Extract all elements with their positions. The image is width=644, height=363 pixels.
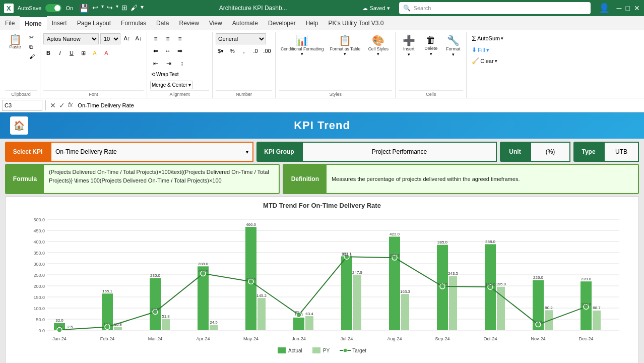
conditional-formatting-button[interactable]: 📊 Conditional Formatting ▾ bbox=[279, 33, 326, 57]
paste-label: Paste bbox=[9, 44, 21, 50]
svg-text:63.4: 63.4 bbox=[305, 312, 313, 316]
definition-text: Measures the percentage of projects deli… bbox=[332, 175, 520, 184]
cancel-formula-icon[interactable]: ✕ bbox=[49, 101, 57, 109]
align-top-center-button[interactable]: ≡ bbox=[162, 33, 173, 44]
svg-text:100.0: 100.0 bbox=[33, 306, 45, 311]
font-size-decrease-button[interactable]: A↓ bbox=[134, 33, 144, 43]
delete-button[interactable]: 🗑 Delete ▾ bbox=[421, 33, 441, 57]
paint-icon[interactable]: 🖌 bbox=[131, 4, 138, 13]
dashboard-area: 🏠 KPI Trend Select KPI On-Time Delivery … bbox=[0, 112, 644, 363]
underline-button[interactable]: U bbox=[67, 48, 77, 58]
menu-utility[interactable]: PK's Utility Tool V3.0 bbox=[323, 16, 389, 30]
menu-automate[interactable]: Automate bbox=[227, 16, 263, 30]
redo-dropdown-icon[interactable]: ▾ bbox=[116, 4, 118, 13]
close-btn[interactable]: ✕ bbox=[634, 4, 640, 12]
paste-button[interactable]: 📋 Paste bbox=[5, 33, 25, 51]
increase-indent-button[interactable]: ⇥ bbox=[163, 58, 174, 69]
grid-icon[interactable]: ⊞ bbox=[121, 4, 127, 13]
align-top-right-button[interactable]: ≡ bbox=[174, 33, 185, 44]
kpi-value-display[interactable]: On-Time Delivery Rate ▾ bbox=[50, 142, 253, 162]
italic-button[interactable]: I bbox=[55, 48, 65, 58]
menu-view[interactable]: View bbox=[204, 16, 227, 30]
align-middle-right-button[interactable]: ➡ bbox=[174, 45, 185, 56]
format-as-table-button[interactable]: 📋 Format as Table ▾ bbox=[328, 33, 363, 57]
insert-function-icon[interactable]: fx bbox=[67, 101, 74, 109]
menu-help[interactable]: Help bbox=[301, 16, 324, 30]
clear-icon: 🧹 bbox=[472, 57, 479, 65]
menu-data[interactable]: Data bbox=[151, 16, 174, 30]
menu-review[interactable]: Review bbox=[174, 16, 204, 30]
text-direction-button[interactable]: ↕ bbox=[176, 58, 187, 69]
menu-developer[interactable]: Developer bbox=[263, 16, 301, 30]
bold-button[interactable]: B bbox=[43, 48, 53, 58]
font-label: Font bbox=[43, 90, 144, 97]
comma-button[interactable]: , bbox=[239, 46, 249, 56]
merge-center-button[interactable]: Merge & Center ▾ bbox=[150, 81, 192, 89]
autosave-toggle[interactable] bbox=[45, 4, 61, 12]
insert-dropdown-icon[interactable]: ▾ bbox=[408, 52, 410, 57]
menu-home[interactable]: Home bbox=[20, 16, 46, 30]
menu-page-layout[interactable]: Page Layout bbox=[72, 16, 116, 30]
insert-button[interactable]: ➕ Insert ▾ bbox=[399, 33, 419, 58]
increase-decimal-button[interactable]: .00 bbox=[262, 46, 272, 56]
menu-formulas[interactable]: Formulas bbox=[116, 16, 151, 30]
cut-button[interactable]: ✂ bbox=[27, 33, 37, 42]
format-painter-button[interactable]: 🖌 bbox=[27, 52, 37, 60]
align-middle-center-button[interactable]: ↔ bbox=[162, 45, 173, 56]
percent-button[interactable]: % bbox=[227, 46, 237, 56]
decrease-indent-button[interactable]: ⇤ bbox=[150, 58, 161, 69]
save-icon[interactable]: 💾 bbox=[79, 4, 89, 13]
svg-text:388.0: 388.0 bbox=[485, 239, 496, 244]
redo-icon[interactable]: ↪ bbox=[107, 4, 113, 13]
cell-styles-dropdown[interactable]: ▾ bbox=[377, 51, 379, 56]
wrap-icon: ⟲ bbox=[151, 72, 155, 77]
format-as-table-dropdown[interactable]: ▾ bbox=[344, 51, 346, 56]
border-button[interactable]: ⊞ bbox=[78, 48, 88, 58]
confirm-formula-icon[interactable]: ✓ bbox=[58, 101, 66, 109]
font-color-button[interactable]: A bbox=[101, 48, 111, 58]
undo-icon[interactable]: ↩ bbox=[92, 4, 98, 13]
cell-styles-label: Cell Styles bbox=[368, 46, 389, 51]
decrease-decimal-button[interactable]: .0 bbox=[250, 46, 261, 56]
font-family-select[interactable]: Aptos Narrow bbox=[43, 33, 99, 44]
number-format-select[interactable]: General bbox=[216, 33, 266, 44]
kpi-dropdown-icon[interactable]: ▾ bbox=[246, 149, 248, 155]
autosum-button[interactable]: Σ AutoSum ▾ bbox=[470, 33, 505, 43]
copy-button[interactable]: ⧉ bbox=[27, 43, 37, 51]
svg-text:83.0: 83.0 bbox=[151, 307, 159, 312]
search-box[interactable]: 🔍 Search bbox=[399, 2, 591, 14]
clear-dropdown[interactable]: ▾ bbox=[495, 58, 497, 64]
format-button[interactable]: 🔧 Format ▾ bbox=[443, 33, 463, 58]
formula-content: (Projects Delivered On-Time / Total Proj… bbox=[44, 165, 279, 193]
currency-button[interactable]: $▾ bbox=[216, 46, 226, 56]
align-top-left-button[interactable]: ≡ bbox=[150, 33, 161, 44]
undo-dropdown-icon[interactable]: ▾ bbox=[101, 4, 104, 13]
more-icon[interactable]: ▾ bbox=[141, 4, 144, 13]
format-dropdown-icon[interactable]: ▾ bbox=[452, 52, 455, 57]
autosum-dropdown[interactable]: ▾ bbox=[501, 36, 503, 41]
menu-insert[interactable]: Insert bbox=[47, 16, 72, 30]
select-kpi-label: Select KPI bbox=[5, 142, 50, 162]
clear-button[interactable]: 🧹 Clear ▾ bbox=[470, 56, 499, 66]
svg-text:300.0: 300.0 bbox=[33, 262, 45, 267]
align-middle-left-button[interactable]: ⬅ bbox=[150, 45, 161, 56]
home-icon[interactable]: 🏠 bbox=[10, 116, 28, 135]
svg-text:200.0: 200.0 bbox=[33, 284, 45, 289]
delete-dropdown-icon[interactable]: ▾ bbox=[430, 51, 432, 56]
font-size-select[interactable]: 10 bbox=[100, 33, 120, 44]
wrap-text-button[interactable]: ⟲ Wrap Text bbox=[150, 71, 180, 78]
fill-button[interactable]: ⬇ Fill ▾ bbox=[470, 45, 491, 54]
minimize-btn[interactable]: ─ bbox=[617, 4, 622, 12]
maximize-btn[interactable]: □ bbox=[626, 4, 630, 12]
saved-dropdown[interactable]: ▾ bbox=[387, 5, 390, 12]
cell-styles-button[interactable]: 🎨 Cell Styles ▾ bbox=[364, 33, 392, 57]
bar-aug-actual bbox=[389, 236, 400, 330]
font-size-increase-button[interactable]: A↑ bbox=[122, 33, 132, 43]
fill-color-button[interactable]: A bbox=[90, 48, 100, 58]
menu-file[interactable]: File bbox=[0, 16, 20, 30]
user-icon[interactable]: 👤 bbox=[599, 3, 610, 14]
svg-text:Apr-24: Apr-24 bbox=[196, 336, 210, 341]
conditional-formatting-dropdown[interactable]: ▾ bbox=[301, 51, 303, 56]
formula-input[interactable] bbox=[76, 102, 642, 108]
cell-reference-input[interactable] bbox=[2, 100, 42, 111]
